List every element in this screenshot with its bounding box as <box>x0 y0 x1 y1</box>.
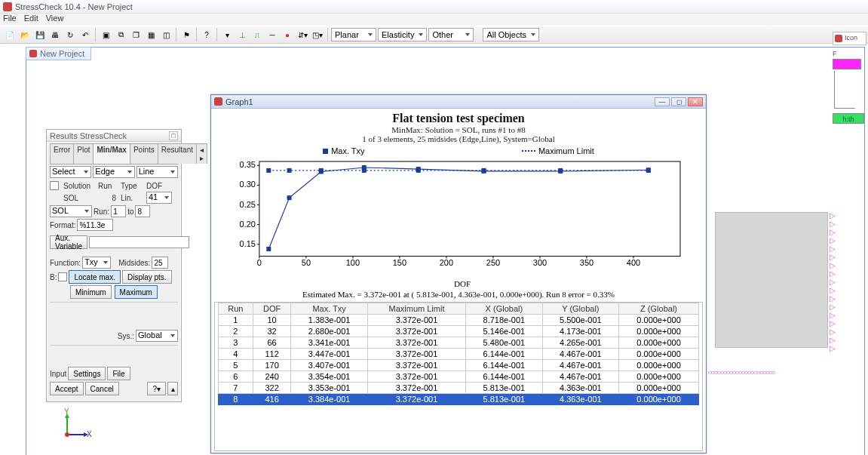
point-icon[interactable]: ● <box>281 28 294 42</box>
camera-icon[interactable]: ▾ <box>220 28 234 42</box>
separator <box>196 28 197 42</box>
svg-text:100: 100 <box>346 258 360 267</box>
doc-icon <box>29 50 37 57</box>
titlebar: StressCheck 10.4 - New Project <box>0 0 868 14</box>
axis-icon[interactable]: ⊥ <box>235 28 249 42</box>
svg-rect-47 <box>646 168 651 173</box>
new-icon[interactable]: 📄 <box>3 28 17 42</box>
solution-checkbox[interactable] <box>50 181 59 190</box>
maximum-button[interactable]: Maximum <box>115 285 158 299</box>
legend-dash-icon <box>522 150 535 152</box>
toolbar: 📄 📂 💾 🖶 ↻ ↶ ▣ ⧉ ❐ ▦ ◫ ⚑ ? ▾ ⊥ ⎍ ─ ● ⇵▾ ◳… <box>0 26 868 44</box>
refresh-icon[interactable]: ↻ <box>63 28 77 42</box>
sys-select[interactable]: Global <box>136 330 178 342</box>
table-row[interactable]: 73223.353e-0013.372e-0015.813e-0014.363e… <box>219 383 699 394</box>
cancel-button[interactable]: Cancel <box>85 382 119 395</box>
axes-gizmo: Y X <box>60 412 90 442</box>
tab-plot[interactable]: Plot <box>73 143 94 164</box>
format-input[interactable] <box>77 219 113 231</box>
svg-rect-33 <box>287 195 292 200</box>
maximize-icon[interactable]: ◻ <box>671 97 686 106</box>
table-row[interactable]: 84163.384e-0013.372e-0015.813e-0014.363e… <box>219 394 699 405</box>
menu-edit[interactable]: Edit <box>24 14 38 26</box>
sol-select[interactable]: SOL <box>50 205 92 217</box>
svg-text:400: 400 <box>627 258 640 267</box>
separator <box>327 28 328 42</box>
svg-rect-45 <box>482 168 486 173</box>
svg-rect-1 <box>29 50 37 57</box>
select-mode[interactable]: Select <box>50 166 91 178</box>
open-icon[interactable]: 📂 <box>18 28 32 42</box>
tab-error[interactable]: Error <box>50 143 74 164</box>
print-icon[interactable]: 🖶 <box>48 28 62 42</box>
b-checkbox[interactable] <box>58 272 67 281</box>
undo-icon[interactable]: ↶ <box>78 28 92 42</box>
menubar[interactable]: File Edit View <box>0 14 868 26</box>
select-physics[interactable]: Elasticity <box>378 28 427 42</box>
svg-text:150: 150 <box>393 258 406 267</box>
graph-titlebar[interactable]: Graph1 — ◻ ✕ <box>211 95 706 109</box>
svg-rect-2 <box>214 97 222 106</box>
dof-select[interactable]: 41 <box>146 192 172 204</box>
flip-icon[interactable]: ⇵▾ <box>296 28 309 42</box>
tab-more[interactable]: ◂ ▸ <box>196 143 207 164</box>
select-other[interactable]: Other <box>428 28 474 42</box>
box-icon[interactable]: ▣ <box>99 28 112 42</box>
results-table[interactable]: RunDOFMax. TxyMaximum LimitX (Global)Y (… <box>214 302 703 451</box>
copy-icon[interactable]: ⧉ <box>114 28 127 42</box>
panel-close-icon[interactable]: □ <box>169 131 178 140</box>
select-edge[interactable]: Edge <box>93 166 134 178</box>
menu-file[interactable]: File <box>3 14 17 26</box>
tab-minmax[interactable]: Min/Max <box>93 143 130 164</box>
panel-title: Results StressCheck □ <box>47 130 181 142</box>
menu-view[interactable]: View <box>46 14 64 26</box>
minimize-icon[interactable]: — <box>655 97 670 106</box>
graph-icon <box>214 97 222 106</box>
svg-point-52 <box>65 432 69 437</box>
workspace: New Project Results StressCheck □ Error … <box>26 47 865 455</box>
aux-variable-input[interactable] <box>89 236 189 248</box>
collapse-button[interactable]: ▴ <box>167 382 178 395</box>
workspace-tab[interactable]: New Project <box>26 47 91 60</box>
tab-points[interactable]: Points <box>130 143 158 164</box>
midsides-input[interactable] <box>152 257 168 269</box>
locate-max-button[interactable]: Locate max. <box>69 270 120 284</box>
select-line[interactable]: Line <box>136 166 178 178</box>
select-projection[interactable]: Planar <box>331 28 376 42</box>
display-pts-button[interactable]: Display pts. <box>122 270 172 284</box>
svg-rect-44 <box>416 168 421 173</box>
help-panel-button[interactable]: ?▾ <box>147 382 166 395</box>
merge-icon[interactable]: ◫ <box>159 28 173 42</box>
cube-icon[interactable]: ◳▾ <box>311 28 324 42</box>
settings-button[interactable]: Settings <box>68 367 106 380</box>
table-row[interactable]: 3663.341e-0013.372e-0015.480e-0014.265e-… <box>219 337 699 349</box>
help-icon[interactable]: ? <box>200 28 213 42</box>
table-row[interactable]: 51703.407e-0013.372e-0016.144e-0014.467e… <box>219 360 699 371</box>
svg-text:300: 300 <box>533 258 547 267</box>
minimum-button[interactable]: Minimum <box>70 285 112 299</box>
function-select[interactable]: Txy <box>82 257 111 269</box>
flag-icon[interactable]: ⚑ <box>179 28 193 42</box>
dash-icon[interactable]: ─ <box>265 28 279 42</box>
chart-area: 0.150.200.250.300.3505010015020025030035… <box>237 155 688 276</box>
close-icon[interactable]: ✕ <box>688 97 703 106</box>
aux-variable-button[interactable]: Aux. Variable <box>50 235 87 249</box>
table-row[interactable]: 62403.354e-0013.372e-0016.144e-0014.467e… <box>219 371 699 383</box>
run-to-input[interactable] <box>135 205 150 217</box>
select-objects[interactable]: All Objects <box>483 28 539 42</box>
stack-icon[interactable]: ❐ <box>129 28 143 42</box>
chart-subtitle-1: MinMax: Solution = SOL, runs #1 to #8 <box>214 125 703 134</box>
svg-text:200: 200 <box>440 258 453 267</box>
proj-icon[interactable]: ⎍ <box>250 28 264 42</box>
svg-rect-0 <box>3 2 12 11</box>
accept-button[interactable]: Accept <box>50 382 84 395</box>
svg-text:50: 50 <box>302 258 311 267</box>
layers-icon[interactable]: ▦ <box>144 28 158 42</box>
run-from-input[interactable] <box>111 205 126 217</box>
save-icon[interactable]: 💾 <box>33 28 47 42</box>
table-row[interactable]: 1101.383e-0013.372e-0018.718e-0015.500e-… <box>219 315 699 326</box>
file-button[interactable]: File <box>107 367 130 380</box>
tab-resultant[interactable]: Resultant <box>158 143 197 164</box>
table-row[interactable]: 41123.447e-0013.372e-0016.144e-0014.467e… <box>219 349 699 360</box>
table-row[interactable]: 2322.680e-0013.372e-0015.146e-0014.173e-… <box>219 326 699 337</box>
